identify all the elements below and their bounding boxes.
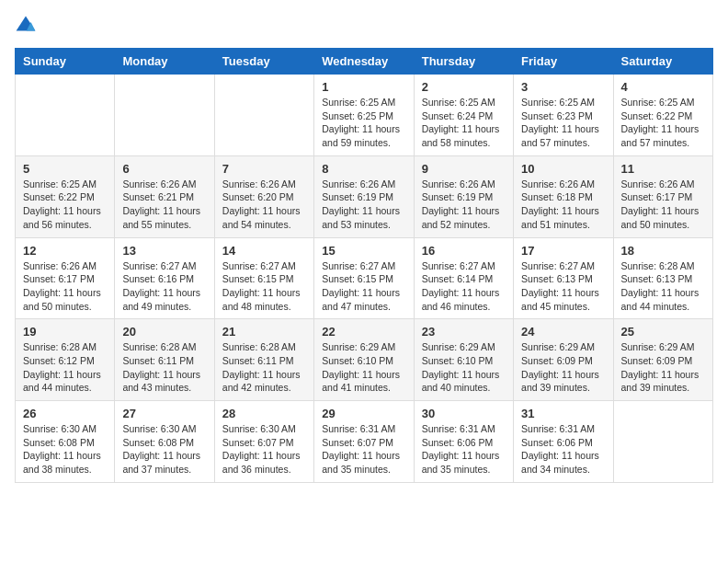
day-number: 5 bbox=[23, 162, 107, 176]
day-number: 24 bbox=[521, 325, 605, 339]
day-cell: 19Sunrise: 6:28 AM Sunset: 6:12 PM Dayli… bbox=[16, 319, 115, 401]
calendar-body: 1Sunrise: 6:25 AM Sunset: 6:25 PM Daylig… bbox=[16, 75, 713, 483]
week-row-2: 12Sunrise: 6:26 AM Sunset: 6:17 PM Dayli… bbox=[16, 237, 713, 319]
day-info: Sunrise: 6:28 AM Sunset: 6:12 PM Dayligh… bbox=[23, 340, 107, 395]
day-info: Sunrise: 6:26 AM Sunset: 6:19 PM Dayligh… bbox=[322, 178, 405, 232]
day-cell: 2Sunrise: 6:25 AM Sunset: 6:24 PM Daylig… bbox=[414, 75, 513, 156]
day-cell: 5Sunrise: 6:25 AM Sunset: 6:22 PM Daylig… bbox=[16, 155, 115, 237]
day-number: 18 bbox=[621, 244, 705, 258]
day-number: 31 bbox=[521, 407, 605, 420]
day-number: 29 bbox=[322, 407, 405, 420]
week-row-1: 5Sunrise: 6:25 AM Sunset: 6:22 PM Daylig… bbox=[16, 155, 713, 237]
day-info: Sunrise: 6:26 AM Sunset: 6:18 PM Dayligh… bbox=[521, 178, 605, 232]
day-cell: 1Sunrise: 6:25 AM Sunset: 6:25 PM Daylig… bbox=[314, 75, 414, 156]
day-cell bbox=[16, 75, 115, 156]
header-tuesday: Tuesday bbox=[214, 49, 313, 75]
day-info: Sunrise: 6:31 AM Sunset: 6:07 PM Dayligh… bbox=[322, 422, 405, 477]
day-cell: 27Sunrise: 6:30 AM Sunset: 6:08 PM Dayli… bbox=[115, 401, 214, 483]
day-info: Sunrise: 6:25 AM Sunset: 6:25 PM Dayligh… bbox=[322, 96, 405, 150]
day-cell: 20Sunrise: 6:28 AM Sunset: 6:11 PM Dayli… bbox=[115, 319, 214, 401]
header-row: SundayMondayTuesdayWednesdayThursdayFrid… bbox=[16, 49, 713, 75]
header-sunday: Sunday bbox=[16, 49, 115, 75]
day-number: 17 bbox=[521, 244, 605, 258]
day-cell: 23Sunrise: 6:29 AM Sunset: 6:10 PM Dayli… bbox=[414, 319, 513, 401]
day-cell bbox=[613, 401, 712, 483]
header-friday: Friday bbox=[514, 49, 613, 75]
day-number: 12 bbox=[23, 244, 107, 258]
day-cell: 11Sunrise: 6:26 AM Sunset: 6:17 PM Dayli… bbox=[613, 155, 712, 237]
day-cell: 28Sunrise: 6:30 AM Sunset: 6:07 PM Dayli… bbox=[214, 401, 313, 483]
day-cell: 12Sunrise: 6:26 AM Sunset: 6:17 PM Dayli… bbox=[16, 237, 115, 319]
day-info: Sunrise: 6:29 AM Sunset: 6:09 PM Dayligh… bbox=[621, 340, 705, 395]
day-number: 4 bbox=[621, 80, 705, 94]
day-info: Sunrise: 6:28 AM Sunset: 6:11 PM Dayligh… bbox=[222, 340, 306, 395]
day-number: 14 bbox=[222, 244, 306, 258]
day-number: 8 bbox=[322, 162, 405, 176]
day-info: Sunrise: 6:29 AM Sunset: 6:10 PM Dayligh… bbox=[322, 340, 405, 395]
day-number: 23 bbox=[422, 325, 506, 339]
day-info: Sunrise: 6:27 AM Sunset: 6:14 PM Dayligh… bbox=[422, 259, 506, 314]
day-number: 1 bbox=[322, 80, 405, 94]
day-info: Sunrise: 6:27 AM Sunset: 6:15 PM Dayligh… bbox=[322, 259, 405, 314]
day-info: Sunrise: 6:25 AM Sunset: 6:22 PM Dayligh… bbox=[621, 96, 705, 150]
day-number: 6 bbox=[122, 162, 206, 176]
logo-icon bbox=[15, 15, 37, 37]
day-info: Sunrise: 6:25 AM Sunset: 6:22 PM Dayligh… bbox=[23, 178, 107, 232]
day-info: Sunrise: 6:27 AM Sunset: 6:16 PM Dayligh… bbox=[122, 259, 206, 314]
day-cell: 24Sunrise: 6:29 AM Sunset: 6:09 PM Dayli… bbox=[514, 319, 613, 401]
day-number: 22 bbox=[322, 325, 405, 339]
day-info: Sunrise: 6:28 AM Sunset: 6:11 PM Dayligh… bbox=[122, 340, 206, 395]
day-number: 20 bbox=[122, 325, 206, 339]
day-cell: 17Sunrise: 6:27 AM Sunset: 6:13 PM Dayli… bbox=[514, 237, 613, 319]
week-row-4: 26Sunrise: 6:30 AM Sunset: 6:08 PM Dayli… bbox=[16, 401, 713, 483]
day-number: 13 bbox=[122, 244, 206, 258]
day-number: 3 bbox=[521, 80, 605, 94]
day-cell: 3Sunrise: 6:25 AM Sunset: 6:23 PM Daylig… bbox=[514, 75, 613, 156]
day-info: Sunrise: 6:26 AM Sunset: 6:21 PM Dayligh… bbox=[122, 178, 206, 232]
day-cell: 15Sunrise: 6:27 AM Sunset: 6:15 PM Dayli… bbox=[314, 237, 414, 319]
day-cell: 18Sunrise: 6:28 AM Sunset: 6:13 PM Dayli… bbox=[613, 237, 712, 319]
day-info: Sunrise: 6:26 AM Sunset: 6:17 PM Dayligh… bbox=[621, 178, 705, 232]
logo bbox=[15, 15, 40, 37]
day-info: Sunrise: 6:27 AM Sunset: 6:13 PM Dayligh… bbox=[521, 259, 605, 314]
day-info: Sunrise: 6:26 AM Sunset: 6:19 PM Dayligh… bbox=[422, 178, 506, 232]
day-cell: 13Sunrise: 6:27 AM Sunset: 6:16 PM Dayli… bbox=[115, 237, 214, 319]
day-info: Sunrise: 6:28 AM Sunset: 6:13 PM Dayligh… bbox=[621, 259, 705, 314]
day-cell: 4Sunrise: 6:25 AM Sunset: 6:22 PM Daylig… bbox=[613, 75, 712, 156]
day-cell: 30Sunrise: 6:31 AM Sunset: 6:06 PM Dayli… bbox=[414, 401, 513, 483]
day-number: 27 bbox=[122, 407, 206, 420]
day-cell: 22Sunrise: 6:29 AM Sunset: 6:10 PM Dayli… bbox=[314, 319, 414, 401]
day-info: Sunrise: 6:25 AM Sunset: 6:24 PM Dayligh… bbox=[422, 96, 506, 150]
day-number: 15 bbox=[322, 244, 405, 258]
day-cell: 26Sunrise: 6:30 AM Sunset: 6:08 PM Dayli… bbox=[16, 401, 115, 483]
day-cell bbox=[214, 75, 313, 156]
week-row-3: 19Sunrise: 6:28 AM Sunset: 6:12 PM Dayli… bbox=[16, 319, 713, 401]
day-number: 2 bbox=[422, 80, 506, 94]
calendar-header: SundayMondayTuesdayWednesdayThursdayFrid… bbox=[16, 49, 713, 75]
day-cell: 6Sunrise: 6:26 AM Sunset: 6:21 PM Daylig… bbox=[115, 155, 214, 237]
header-saturday: Saturday bbox=[613, 49, 712, 75]
day-info: Sunrise: 6:25 AM Sunset: 6:23 PM Dayligh… bbox=[521, 96, 605, 150]
day-cell: 9Sunrise: 6:26 AM Sunset: 6:19 PM Daylig… bbox=[414, 155, 513, 237]
calendar: SundayMondayTuesdayWednesdayThursdayFrid… bbox=[15, 48, 713, 483]
day-cell: 7Sunrise: 6:26 AM Sunset: 6:20 PM Daylig… bbox=[214, 155, 313, 237]
day-info: Sunrise: 6:31 AM Sunset: 6:06 PM Dayligh… bbox=[422, 422, 506, 477]
day-cell: 8Sunrise: 6:26 AM Sunset: 6:19 PM Daylig… bbox=[314, 155, 414, 237]
header-wednesday: Wednesday bbox=[314, 49, 414, 75]
day-info: Sunrise: 6:27 AM Sunset: 6:15 PM Dayligh… bbox=[222, 259, 306, 314]
page-header bbox=[15, 15, 713, 37]
day-number: 7 bbox=[222, 162, 306, 176]
header-thursday: Thursday bbox=[414, 49, 513, 75]
week-row-0: 1Sunrise: 6:25 AM Sunset: 6:25 PM Daylig… bbox=[16, 75, 713, 156]
day-cell: 16Sunrise: 6:27 AM Sunset: 6:14 PM Dayli… bbox=[414, 237, 513, 319]
day-number: 21 bbox=[222, 325, 306, 339]
day-cell: 25Sunrise: 6:29 AM Sunset: 6:09 PM Dayli… bbox=[613, 319, 712, 401]
day-cell: 14Sunrise: 6:27 AM Sunset: 6:15 PM Dayli… bbox=[214, 237, 313, 319]
day-cell bbox=[115, 75, 214, 156]
day-cell: 29Sunrise: 6:31 AM Sunset: 6:07 PM Dayli… bbox=[314, 401, 414, 483]
day-info: Sunrise: 6:30 AM Sunset: 6:08 PM Dayligh… bbox=[122, 422, 206, 477]
day-cell: 31Sunrise: 6:31 AM Sunset: 6:06 PM Dayli… bbox=[514, 401, 613, 483]
day-number: 19 bbox=[23, 325, 107, 339]
day-info: Sunrise: 6:29 AM Sunset: 6:09 PM Dayligh… bbox=[521, 340, 605, 395]
day-number: 10 bbox=[521, 162, 605, 176]
